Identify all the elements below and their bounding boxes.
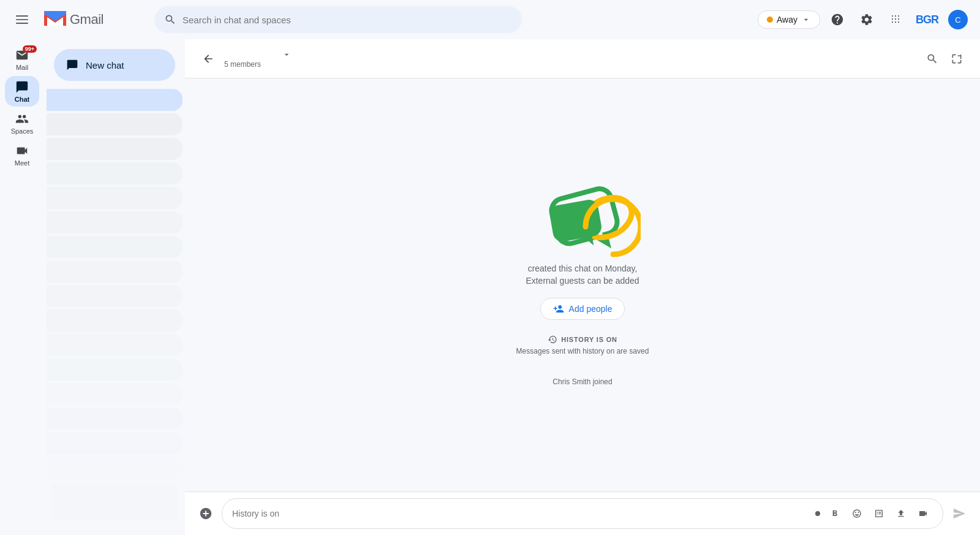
- sidebar-item-mail[interactable]: 99+ Mail: [5, 44, 39, 75]
- status-label: Away: [777, 15, 797, 25]
- header-actions: [921, 48, 968, 70]
- settings-button[interactable]: [854, 7, 879, 32]
- chat-input-box: [222, 498, 943, 529]
- list-item[interactable]: [47, 359, 183, 381]
- add-people-button[interactable]: Add people: [540, 298, 625, 320]
- svg-rect-0: [16, 15, 28, 17]
- sidebar-active-item[interactable]: [47, 89, 183, 111]
- gmail-wordmark: Gmail: [70, 12, 104, 28]
- expand-panel-button[interactable]: [946, 48, 968, 70]
- history-description: Messages sent with history on are saved: [516, 347, 649, 355]
- upload-button[interactable]: [891, 504, 911, 523]
- list-item[interactable]: [47, 260, 183, 283]
- chat-panel: Group Chat 5 members: [185, 39, 980, 535]
- list-item[interactable]: [47, 285, 183, 307]
- search-input[interactable]: [183, 15, 512, 25]
- chat-input-area: [185, 491, 980, 535]
- topbar-right-actions: Away BGR C: [758, 7, 980, 32]
- gmail-logo: Gmail: [44, 11, 130, 28]
- list-item[interactable]: [47, 432, 183, 454]
- list-item[interactable]: [47, 138, 183, 160]
- user-avatar[interactable]: C: [948, 10, 968, 29]
- new-chat-icon: [66, 59, 78, 71]
- list-item[interactable]: [47, 162, 183, 184]
- mail-badge: 99+: [23, 45, 37, 53]
- spaces-label: Spaces: [11, 127, 34, 135]
- chat-members-count: 5 members: [224, 60, 921, 69]
- chat-guests-text: External guests can be added: [526, 276, 639, 286]
- history-clock-icon: [548, 335, 557, 344]
- mail-label: Mail: [16, 64, 28, 71]
- list-item[interactable]: [47, 383, 183, 405]
- spaces-icon: [15, 112, 29, 126]
- status-dropdown-icon: [801, 15, 811, 25]
- new-chat-label: New chat: [86, 60, 124, 70]
- send-message-button[interactable]: [948, 503, 970, 525]
- emoji-button[interactable]: [847, 504, 867, 523]
- list-item[interactable]: [47, 334, 183, 356]
- list-item[interactable]: [51, 483, 178, 520]
- history-on-label: HISTORY IS ON: [548, 335, 617, 344]
- sidebar: New chat: [44, 39, 185, 535]
- help-button[interactable]: [825, 7, 850, 32]
- history-status: HISTORY IS ON Messages sent with history…: [516, 335, 649, 355]
- task-list-button[interactable]: [869, 504, 889, 523]
- meet-label: Meet: [15, 159, 29, 167]
- status-chip[interactable]: Away: [758, 10, 820, 29]
- list-item[interactable]: [47, 211, 183, 233]
- typing-indicator-dot: [815, 511, 820, 516]
- message-input[interactable]: [232, 509, 815, 518]
- nav-rail: 99+ Mail Chat Spaces Meet: [0, 39, 44, 535]
- chat-body: created this chat on Monday, External gu…: [185, 78, 980, 491]
- search-container: [142, 6, 534, 33]
- meet-icon: [15, 143, 29, 158]
- back-button[interactable]: [197, 48, 219, 70]
- chat-illustration: [543, 184, 622, 251]
- video-call-button[interactable]: [913, 504, 933, 523]
- joined-notice: Chris Smith joined: [552, 378, 612, 386]
- chat-label: Chat: [15, 96, 29, 103]
- add-person-icon: [553, 303, 564, 314]
- new-chat-button[interactable]: New chat: [54, 49, 175, 81]
- apps-button[interactable]: [884, 7, 908, 32]
- add-people-label: Add people: [569, 304, 612, 314]
- input-actions: [825, 504, 933, 523]
- svg-rect-2: [16, 23, 28, 24]
- sidebar-item-spaces[interactable]: Spaces: [5, 108, 39, 138]
- hamburger-menu-button[interactable]: [10, 7, 34, 32]
- chat-header: Group Chat 5 members: [185, 39, 980, 78]
- list-item[interactable]: [47, 187, 183, 209]
- list-item[interactable]: [47, 113, 183, 135]
- add-attachment-button[interactable]: [195, 503, 217, 525]
- chat-dropdown-chevron-icon[interactable]: [282, 50, 292, 59]
- svg-rect-1: [16, 19, 28, 20]
- chat-icon: [15, 80, 29, 94]
- list-item[interactable]: [47, 309, 183, 332]
- list-item[interactable]: [47, 236, 183, 258]
- list-item[interactable]: [47, 457, 183, 479]
- sidebar-item-meet[interactable]: Meet: [5, 140, 39, 170]
- search-chat-button[interactable]: [921, 48, 943, 70]
- brand-logo: BGR: [916, 13, 941, 26]
- sidebar-item-chat[interactable]: Chat: [5, 76, 39, 107]
- search-icon: [164, 13, 176, 26]
- format-text-button[interactable]: [825, 504, 845, 523]
- list-item[interactable]: [47, 408, 183, 430]
- chat-header-info: Group Chat 5 members: [224, 49, 921, 69]
- chat-created-text: created this chat on Monday,: [528, 264, 638, 273]
- status-dot-indicator: [767, 17, 773, 23]
